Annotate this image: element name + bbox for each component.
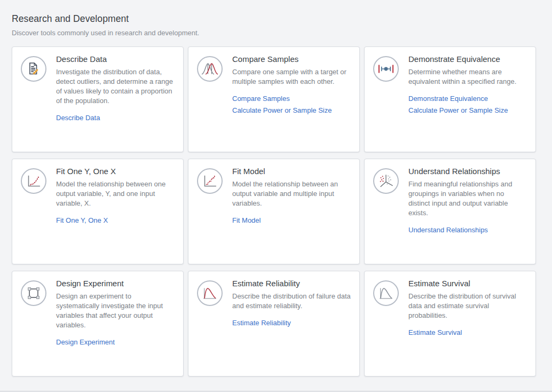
card-links: Describe Data (56, 114, 175, 122)
card-title: Fit Model (232, 167, 351, 176)
card-title: Demonstrate Equivalence (408, 54, 527, 64)
card-description: Investigate the distribution of data, de… (56, 67, 175, 106)
link-describe-data[interactable]: Describe Data (56, 114, 100, 122)
link-estimate-reliability[interactable]: Estimate Reliability (232, 319, 291, 327)
design-square-icon (21, 280, 46, 306)
card-title: Fit One Y, One X (56, 167, 175, 176)
link-design-experiment[interactable]: Design Experiment (56, 338, 115, 346)
card-title: Describe Data (56, 54, 175, 64)
card-links: Demonstrate EquivalenceCalculate Power o… (408, 95, 527, 114)
card-title: Estimate Survival (408, 279, 527, 288)
link-fit-one-y-one-x[interactable]: Fit One Y, One X (56, 216, 108, 224)
research-and-development-page: Research and Development Discover tools … (0, 0, 552, 391)
card-body: Understand Relationships Find meaningful… (408, 167, 527, 234)
link-compare-samples[interactable]: Compare Samples (232, 95, 290, 103)
card-description: Describe the distribution of survival da… (408, 292, 527, 320)
card-body: Compare Samples Compare one sample with … (232, 54, 351, 114)
failure-curve-icon (197, 280, 223, 306)
link-demonstrate-equivalence[interactable]: Demonstrate Equivalence (408, 95, 488, 103)
link-estimate-survival[interactable]: Estimate Survival (408, 328, 462, 336)
scatter-line-icon (197, 168, 223, 194)
card-body: Describe Data Investigate the distributi… (56, 54, 175, 122)
card-title: Estimate Reliability (232, 279, 351, 288)
card-links: Compare SamplesCalculate Power or Sample… (232, 95, 351, 114)
card-understand-relationships: Understand Relationships Find meaningful… (364, 159, 536, 264)
card-body: Estimate Reliability Describe the distri… (232, 279, 351, 327)
card-design-experiment: Design Experiment Design an experiment t… (12, 271, 184, 377)
card-grid: Describe Data Investigate the distributi… (12, 46, 536, 377)
card-body: Demonstrate Equivalence Determine whethe… (408, 54, 527, 114)
card-description: Describe the distribution of failure dat… (232, 292, 351, 311)
scatter-curve-icon (21, 168, 46, 194)
page-subtitle: Discover tools commonly used in research… (12, 29, 536, 37)
card-estimate-survival: Estimate Survival Describe the distribut… (364, 271, 536, 377)
card-description: Compare one sample with a target or mult… (232, 67, 351, 87)
card-links: Design Experiment (56, 338, 175, 346)
card-links: Estimate Survival (408, 328, 527, 336)
equivalence-interval-icon (373, 56, 399, 82)
card-estimate-reliability: Estimate Reliability Describe the distri… (188, 271, 360, 377)
card-fit-model: Fit Model Model the relationship between… (188, 159, 360, 264)
link-calculate-power-or-sample-size[interactable]: Calculate Power or Sample Size (408, 106, 508, 114)
card-title: Understand Relationships (408, 167, 527, 176)
card-compare-samples: Compare Samples Compare one sample with … (188, 46, 360, 152)
card-description: Determine whether means are equivalent w… (408, 67, 527, 87)
card-body: Design Experiment Design an experiment t… (56, 279, 175, 346)
link-calculate-power-or-sample-size[interactable]: Calculate Power or Sample Size (232, 106, 332, 114)
card-links: Understand Relationships (408, 226, 527, 234)
card-describe-data: Describe Data Investigate the distributi… (12, 46, 184, 152)
card-links: Fit Model (232, 216, 351, 224)
card-description: Model the relationship between one outpu… (56, 179, 175, 208)
card-title: Design Experiment (56, 279, 175, 288)
page-title: Research and Development (12, 13, 536, 25)
link-fit-model[interactable]: Fit Model (232, 216, 261, 224)
card-fit-one-y-one-x: Fit One Y, One X Model the relationship … (12, 159, 184, 264)
card-links: Estimate Reliability (232, 319, 351, 327)
card-title: Compare Samples (232, 54, 351, 64)
link-understand-relationships[interactable]: Understand Relationships (408, 226, 488, 234)
card-description: Design an experiment to systematically i… (56, 292, 175, 330)
overlapping-distributions-icon (197, 56, 223, 82)
card-demonstrate-equivalence: Demonstrate Equivalence Determine whethe… (364, 46, 536, 152)
card-body: Fit One Y, One X Model the relationship … (56, 167, 175, 224)
survival-curve-icon (373, 280, 399, 306)
card-body: Fit Model Model the relationship between… (232, 167, 351, 224)
card-description: Model the relationship between an output… (232, 179, 351, 208)
card-description: Find meaningful relationships and groupi… (408, 179, 527, 218)
card-links: Fit One Y, One X (56, 216, 175, 224)
document-pencil-icon (21, 56, 46, 82)
card-body: Estimate Survival Describe the distribut… (408, 279, 527, 336)
threed-scatter-icon (373, 168, 399, 194)
